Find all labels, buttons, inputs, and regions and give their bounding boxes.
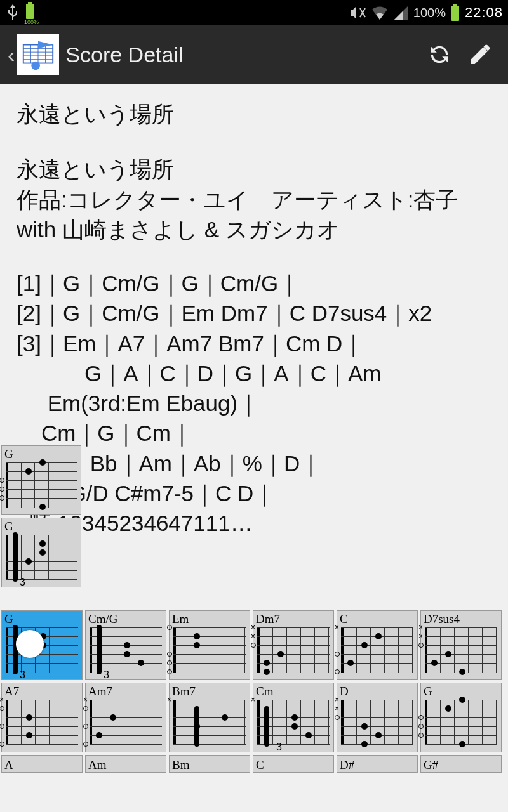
chord-thumb[interactable]: Em: [169, 610, 250, 680]
signal-icon: [393, 4, 410, 21]
wifi-icon: [370, 4, 389, 21]
song-meta: 作品:コレクター・ユイ アーティスト:杏子 with 山崎まさよし & スガシカ…: [17, 185, 491, 245]
chord-thumb[interactable]: Am7×: [85, 683, 166, 752]
svg-rect-0: [26, 4, 34, 19]
chord-thumb[interactable]: D7sus4××: [420, 610, 502, 680]
chord-thumb[interactable]: G#: [420, 755, 502, 773]
edit-button[interactable]: [460, 34, 500, 75]
chord-thumb[interactable]: C: [253, 755, 334, 773]
battery-small-icon: 100%: [24, 1, 36, 24]
floating-chord-stack: G G 3: [1, 445, 81, 587]
chord-thumb[interactable]: Dm7××: [253, 610, 334, 680]
svg-rect-1: [28, 2, 32, 4]
chord-thumb-selected[interactable]: G 3: [1, 610, 83, 680]
battery-icon: [450, 3, 461, 22]
chord-thumb[interactable]: C×: [337, 610, 418, 680]
chord-thumb[interactable]: Bm: [169, 755, 250, 773]
chord-thumb[interactable]: Bm7×: [169, 683, 250, 752]
chord-thumb[interactable]: D#: [337, 755, 418, 773]
app-icon[interactable]: [17, 34, 59, 75]
chord-progression: [1]｜G｜Cm/G｜G｜Cm/G｜ [2]｜G｜Cm/G｜Em Dm7｜C D…: [17, 268, 491, 538]
svg-rect-2: [451, 6, 459, 21]
back-icon[interactable]: ‹: [8, 43, 15, 67]
song-title-2: 永遠という場所: [17, 154, 491, 184]
clock-label: 22:08: [465, 4, 503, 21]
chord-thumb[interactable]: A7×: [1, 683, 83, 752]
page-title: Score Detail: [65, 43, 183, 67]
chord-thumb[interactable]: Am: [85, 755, 166, 773]
battery-pct-label: 100%: [413, 6, 446, 20]
svg-point-12: [32, 62, 41, 70]
chord-diagram-grid: G 3 Cm/G3 Em Dm7×× C× D7sus4×× A7× Am7× …: [1, 610, 507, 773]
svg-rect-3: [453, 4, 457, 6]
chord-thumb[interactable]: G 3: [1, 518, 81, 587]
vibrate-mute-icon: [349, 4, 366, 21]
chord-thumb[interactable]: Cm×3: [253, 683, 334, 752]
usb-icon: [5, 3, 20, 22]
chord-thumb[interactable]: Cm/G3: [85, 610, 166, 680]
chord-thumb[interactable]: D××: [337, 683, 418, 752]
action-bar: ‹ Score Detail: [0, 25, 508, 84]
status-bar: 100% 100% 22:08: [0, 0, 508, 25]
chord-thumb[interactable]: G: [420, 683, 502, 752]
song-title: 永遠という場所: [17, 99, 491, 129]
refresh-button[interactable]: [419, 34, 460, 75]
selection-knob-icon[interactable]: [16, 630, 44, 658]
chord-thumb[interactable]: A: [1, 755, 83, 773]
chord-thumb[interactable]: G: [1, 445, 81, 515]
